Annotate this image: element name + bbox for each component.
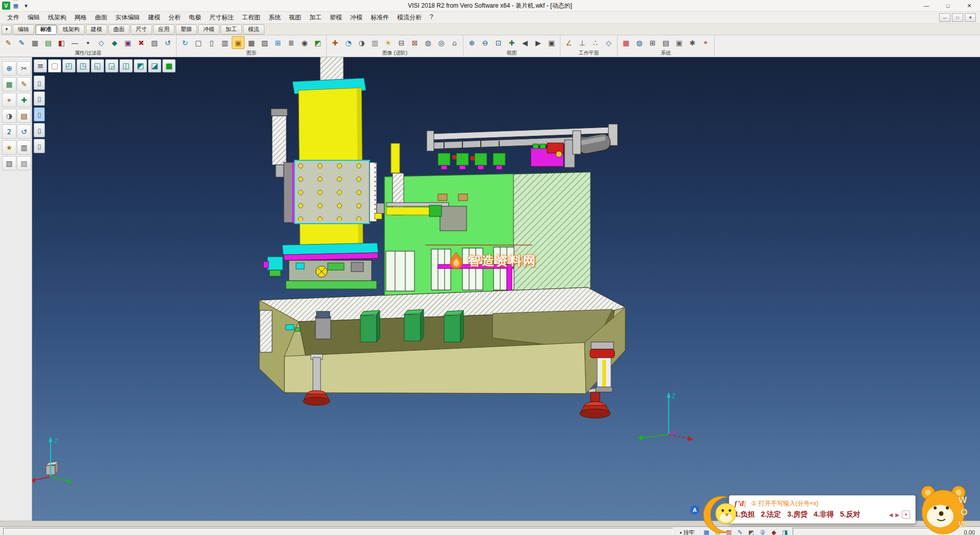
saved-views-icon[interactable]: ▣ bbox=[545, 36, 558, 49]
menu-item[interactable]: 尺寸标注 bbox=[205, 12, 238, 23]
tabbar-caret[interactable]: ▼ bbox=[2, 25, 12, 34]
filter-linetype-icon[interactable]: — bbox=[68, 36, 81, 49]
snap2-status-icon[interactable]: ② bbox=[757, 528, 768, 535]
clipping-icon[interactable]: ⊠ bbox=[408, 36, 421, 49]
ime-candidate[interactable]: 3.房贷 bbox=[787, 510, 807, 519]
filter-slot-3-icon[interactable]: ▯ bbox=[34, 107, 45, 121]
layer-list-icon[interactable]: ≣ bbox=[285, 36, 298, 49]
zoom-fit-icon[interactable]: ⊡ bbox=[492, 36, 505, 49]
zoom-in-icon[interactable]: ⊕ bbox=[465, 36, 478, 49]
maximize-button[interactable]: □ bbox=[937, 0, 959, 11]
settings-icon[interactable]: ✱ bbox=[686, 36, 699, 49]
ime-candidate[interactable]: 4.非得 bbox=[814, 510, 834, 519]
zoom-out-icon[interactable]: ⊖ bbox=[479, 36, 492, 49]
tab-surface[interactable]: 曲面 bbox=[108, 25, 130, 35]
menu-item[interactable]: 分析 bbox=[164, 12, 185, 23]
tab-dimension[interactable]: 尺寸 bbox=[131, 25, 152, 35]
color-table-icon[interactable]: ▦ bbox=[620, 36, 632, 49]
filter-surface-icon[interactable]: ▣ bbox=[121, 36, 134, 49]
page-view-icon[interactable]: ▥ bbox=[218, 36, 231, 49]
tab-machining[interactable]: 加工 bbox=[220, 25, 242, 35]
attribute-edit-icon[interactable]: ✎ bbox=[2, 36, 15, 49]
filter-color-icon[interactable]: ◧ bbox=[55, 36, 68, 49]
iso-cube-2-icon[interactable]: ◳ bbox=[77, 59, 90, 72]
mdi-minimize-button[interactable]: — bbox=[939, 13, 950, 22]
tab-edit[interactable]: 编辑 bbox=[13, 25, 34, 35]
ime-candidate[interactable]: 2.法定 bbox=[761, 510, 781, 519]
background-icon[interactable]: ◎ bbox=[435, 36, 448, 49]
paste-icon[interactable]: ▨ bbox=[17, 156, 31, 171]
tab-standard[interactable]: 标准 bbox=[35, 25, 57, 35]
iso-cube-1-icon[interactable]: ◰ bbox=[62, 59, 76, 72]
dual-view-icon[interactable]: 2 bbox=[2, 125, 16, 139]
filter-mask-icon[interactable]: ▧ bbox=[148, 36, 161, 49]
tab-flow[interactable]: 模流 bbox=[243, 25, 264, 35]
shaded-view-icon[interactable]: ▣ bbox=[232, 36, 244, 49]
grid-icon[interactable]: ⊞ bbox=[272, 36, 284, 49]
snapshot-icon[interactable]: ◉ bbox=[298, 36, 311, 49]
tab-die[interactable]: 冲模 bbox=[198, 25, 219, 35]
web-icon[interactable]: ◍ bbox=[633, 36, 646, 49]
workplane-angle-icon[interactable]: ∠ bbox=[562, 36, 575, 49]
portrait-view-icon[interactable]: ▯ bbox=[205, 36, 218, 49]
menu-item[interactable]: 系统 bbox=[264, 12, 285, 23]
filter-solid-icon[interactable]: ◆ bbox=[108, 36, 121, 49]
menu-item[interactable]: 电极 bbox=[185, 12, 205, 23]
menu-item[interactable]: ? bbox=[426, 12, 437, 23]
mdi-restore-button[interactable]: □ bbox=[952, 13, 963, 22]
menu-item[interactable]: 曲面 bbox=[91, 12, 111, 23]
ime-candidate[interactable]: 5.反对 bbox=[840, 510, 861, 519]
system-chip-icon[interactable]: ▣ bbox=[673, 36, 685, 49]
copy-doc-icon[interactable]: ▥ bbox=[17, 140, 31, 155]
axis-system-icon[interactable]: ⌖ bbox=[699, 36, 712, 49]
undo-view-icon[interactable]: ↺ bbox=[17, 125, 31, 139]
menu-item[interactable]: 视图 bbox=[285, 12, 305, 23]
menu-item[interactable]: 冲模 bbox=[346, 12, 366, 23]
filter-slot-1-icon[interactable]: ▯ bbox=[34, 76, 45, 90]
menu-item[interactable]: 编辑 bbox=[23, 12, 44, 23]
rotate-image-icon[interactable]: ◔ bbox=[342, 36, 355, 49]
quick-access-caret[interactable]: ▾ bbox=[21, 2, 31, 10]
workplane-normal-icon[interactable]: ⊥ bbox=[576, 36, 589, 49]
pan-view-icon[interactable]: ✚ bbox=[505, 36, 518, 49]
shade-half-icon[interactable]: ◑ bbox=[2, 109, 16, 123]
texture-icon[interactable]: ▥ bbox=[369, 36, 381, 49]
ime-hint[interactable]: ① 打开手写输入(分号+x) bbox=[751, 499, 818, 508]
iso-cube-3-icon[interactable]: ◱ bbox=[91, 59, 104, 72]
menu-item[interactable]: 网格 bbox=[70, 12, 91, 23]
trim-icon[interactable]: ✂ bbox=[17, 61, 31, 76]
workplane-view-icon[interactable]: ◇ bbox=[602, 36, 615, 49]
save-icon[interactable]: ▦ bbox=[11, 2, 20, 10]
sketch-icon[interactable]: ✎ bbox=[17, 77, 31, 91]
redraw-icon[interactable]: ↻ bbox=[179, 36, 191, 49]
menu-item[interactable]: 工程图 bbox=[238, 12, 264, 23]
ime-next-button[interactable]: ▶ bbox=[895, 512, 899, 518]
insert-icon[interactable]: ✚ bbox=[17, 93, 31, 107]
solid-cube-icon[interactable]: ■ bbox=[162, 59, 176, 72]
corner-cube-2-icon[interactable]: ◪ bbox=[148, 59, 161, 72]
tab-plastic[interactable]: 塑膜 bbox=[176, 25, 197, 35]
shade-image-icon[interactable]: ◑ bbox=[355, 36, 368, 49]
hide-elements-icon[interactable]: ▨ bbox=[258, 36, 271, 49]
origin-icon[interactable]: ⌖ bbox=[2, 93, 16, 107]
perspective-icon[interactable]: ⌂ bbox=[448, 36, 461, 49]
filter-plane-icon[interactable]: ◇ bbox=[95, 36, 108, 49]
transparency-icon[interactable]: ◍ bbox=[422, 36, 434, 49]
menu-item[interactable]: 模流分析 bbox=[393, 12, 426, 23]
filter-slot-4-icon[interactable]: ▯ bbox=[34, 123, 45, 137]
tab-application[interactable]: 应用 bbox=[153, 25, 175, 35]
menu-item[interactable]: 文件 bbox=[3, 12, 23, 23]
view-status-icon[interactable]: ◨ bbox=[780, 528, 790, 535]
section-icon[interactable]: ⊟ bbox=[395, 36, 408, 49]
mesh-icon[interactable]: ▦ bbox=[2, 77, 16, 91]
view-menu-icon[interactable]: ≡ bbox=[34, 59, 47, 72]
magnet-status-icon[interactable]: ◆ bbox=[769, 528, 779, 535]
menu-item[interactable]: 线架构 bbox=[44, 12, 70, 23]
menu-item[interactable]: 建模 bbox=[144, 12, 164, 23]
zoom-select-icon[interactable]: ⊕ bbox=[2, 61, 16, 76]
tab-modeling[interactable]: 建模 bbox=[86, 25, 107, 35]
wireframe-view-icon[interactable]: ▦ bbox=[245, 36, 258, 49]
minimize-button[interactable]: — bbox=[916, 0, 937, 11]
iso-cube-4-icon[interactable]: ◲ bbox=[105, 59, 118, 72]
blank-view-icon[interactable]: ▢ bbox=[48, 59, 61, 72]
